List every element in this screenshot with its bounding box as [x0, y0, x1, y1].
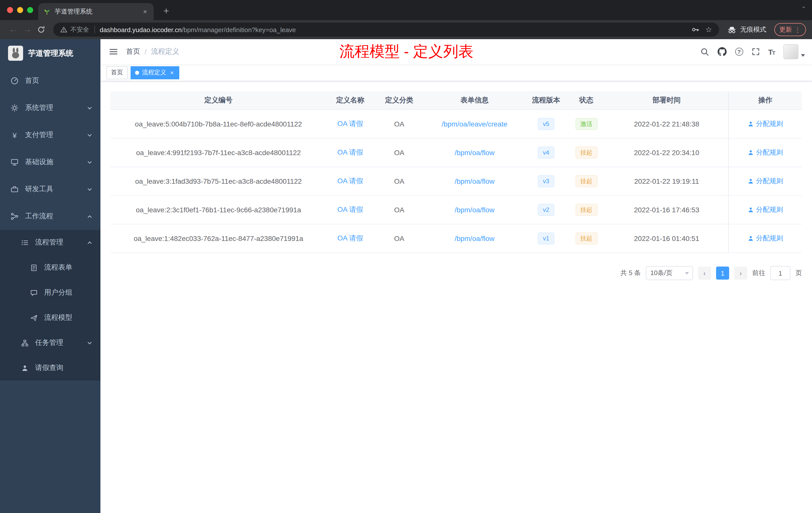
assign-rule-link[interactable]: 分配规则 — [748, 148, 783, 157]
definition-name-link[interactable]: OA 请假 — [338, 119, 363, 128]
col-deploy-time: 部署时间 — [605, 91, 728, 110]
chevron-up-icon — [87, 240, 92, 245]
tab-search-chevron-icon[interactable]: ˇ — [803, 5, 805, 13]
browser-tabstrip: 芋道管理系统 × + ˇ — [0, 0, 812, 20]
navbar-actions: ? TT — [700, 39, 805, 64]
avatar[interactable] — [783, 44, 799, 59]
tab-close-icon[interactable]: × — [142, 7, 149, 16]
browser-tab[interactable]: 芋道管理系统 × — [38, 3, 154, 20]
fullscreen-icon[interactable] — [752, 48, 759, 56]
maximize-window-button[interactable] — [27, 7, 33, 13]
caret-down-icon — [801, 54, 805, 57]
chevron-down-icon — [87, 159, 92, 165]
sidebar-item-process-management[interactable]: 流程管理 — [0, 230, 100, 255]
sidebar-item-workflow[interactable]: 工作流程 — [0, 203, 100, 230]
tab-favicon — [43, 8, 51, 15]
assign-rule-link[interactable]: 分配规则 — [748, 205, 783, 214]
table-header: 定义编号 定义名称 定义分类 表单信息 流程版本 状态 部署时间 操作 — [111, 91, 802, 110]
breadcrumb-home[interactable]: 首页 — [126, 47, 140, 56]
form-link[interactable]: /bpm/oa/flow — [455, 149, 495, 157]
form-link[interactable]: /bpm/oa/flow — [455, 206, 495, 214]
definition-name-link[interactable]: OA 请假 — [338, 234, 363, 243]
address-bar[interactable]: 不安全 dashboard.yudao.iocoder.cn /bpm/mana… — [53, 23, 719, 37]
cell-deploy-time: 2022-01-22 21:48:38 — [605, 110, 728, 138]
cell-category: OA — [374, 139, 424, 167]
macos-traffic-lights[interactable] — [7, 7, 33, 13]
tab-title: 芋道管理系统 — [55, 7, 142, 16]
paper-plane-icon — [29, 314, 38, 322]
incognito-badge: 无痕模式 — [727, 25, 766, 34]
form-link[interactable]: /bpm/oa/leave/create — [442, 120, 508, 128]
sidebar-item-dev-tools[interactable]: 研发工具 — [0, 176, 100, 203]
sidebar-item-system[interactable]: 系统管理 — [0, 94, 100, 121]
sidebar-item-payment[interactable]: ¥ 支付管理 — [0, 121, 100, 149]
security-warning-icon[interactable] — [60, 26, 67, 33]
incognito-label: 无痕模式 — [740, 25, 766, 34]
sidebar-item-leave-query[interactable]: 请假查询 — [0, 355, 100, 381]
cell-deploy-time: 2022-01-22 20:34:10 — [605, 139, 728, 167]
sidebar-item-home[interactable]: 首页 — [0, 67, 100, 94]
sidebar-item-task-management[interactable]: 任务管理 — [0, 330, 100, 355]
update-label: 更新 — [779, 25, 792, 34]
version-tag: v2 — [538, 204, 554, 216]
forward-button[interactable]: → — [20, 23, 34, 37]
new-tab-button[interactable]: + — [160, 4, 173, 18]
assign-rule-link[interactable]: 分配规则 — [748, 177, 783, 186]
url-path: /bpm/manager/definition?key=oa_leave — [182, 26, 296, 33]
chevron-down-icon — [87, 105, 92, 111]
person-icon — [748, 178, 754, 184]
tag-close-icon[interactable]: × — [169, 69, 175, 76]
form-link[interactable]: /bpm/oa/flow — [455, 177, 495, 185]
status-badge: 挂起 — [575, 147, 597, 159]
caret-down-icon — [685, 272, 689, 275]
sidebar-item-user-group[interactable]: 用户分组 — [0, 280, 100, 305]
sidebar-item-process-model[interactable]: 流程模型 — [0, 305, 100, 330]
page-size-select[interactable]: 10条/页 — [646, 266, 693, 280]
assign-rule-link[interactable]: 分配规则 — [748, 234, 783, 243]
cell-definition-id: oa_leave:3:1fad3d93-7b75-11ec-a3c8-acde4… — [111, 167, 326, 195]
chevron-down-icon — [87, 186, 92, 192]
table-row: oa_leave:3:1fad3d93-7b75-11ec-a3c8-acde4… — [111, 167, 802, 196]
search-icon[interactable] — [700, 48, 709, 56]
col-definition-category: 定义分类 — [374, 91, 424, 110]
status-badge: 挂起 — [575, 204, 597, 216]
bookmark-star-icon[interactable]: ☆ — [705, 25, 712, 34]
chat-icon — [29, 289, 38, 296]
cell-definition-id: oa_leave:1:482ec033-762a-11ec-8477-a2380… — [111, 224, 326, 252]
browser-update-menu-button[interactable]: 更新 ⋮ — [774, 23, 806, 36]
status-badge: 挂起 — [575, 233, 597, 244]
page-unit-label: 页 — [795, 269, 802, 278]
col-form-info: 表单信息 — [424, 91, 525, 110]
hamburger-icon[interactable] — [108, 47, 122, 56]
browser-toolbar: ← → 不安全 dashboard.yudao.iocoder.cn /bpm/… — [0, 20, 812, 39]
breadcrumb-current: 流程定义 — [151, 47, 179, 56]
tag-home[interactable]: 首页 — [107, 66, 127, 79]
form-link[interactable]: /bpm/oa/flow — [455, 234, 495, 242]
person-icon — [748, 207, 754, 213]
github-icon[interactable] — [717, 47, 726, 56]
back-button[interactable]: ← — [6, 23, 20, 37]
tag-process-definition[interactable]: 流程定义 × — [130, 66, 179, 79]
page-number-1[interactable]: 1 — [716, 267, 729, 280]
page-content: 定义编号 定义名称 定义分类 表单信息 流程版本 状态 部署时间 操作 oa_l… — [100, 81, 812, 513]
password-key-icon[interactable] — [691, 26, 699, 34]
definition-name-link[interactable]: OA 请假 — [338, 205, 363, 214]
person-icon — [748, 235, 754, 241]
close-window-button[interactable] — [7, 7, 13, 13]
sidebar-item-process-form[interactable]: 流程表单 — [0, 255, 100, 280]
cell-category: OA — [374, 224, 424, 252]
next-page-button[interactable]: › — [734, 267, 747, 280]
cell-category: OA — [374, 196, 424, 224]
user-menu[interactable] — [783, 44, 805, 59]
definition-name-link[interactable]: OA 请假 — [338, 177, 363, 186]
minimize-window-button[interactable] — [17, 7, 23, 13]
font-size-icon[interactable]: TT — [768, 48, 775, 56]
help-icon[interactable]: ? — [735, 48, 743, 56]
version-tag: v1 — [538, 233, 554, 244]
sidebar-item-infrastructure[interactable]: 基础设施 — [0, 149, 100, 176]
reload-button[interactable] — [34, 23, 48, 37]
assign-rule-link[interactable]: 分配规则 — [748, 119, 783, 128]
definition-name-link[interactable]: OA 请假 — [338, 148, 363, 157]
prev-page-button[interactable]: ‹ — [698, 267, 711, 280]
goto-page-input[interactable] — [770, 266, 790, 280]
